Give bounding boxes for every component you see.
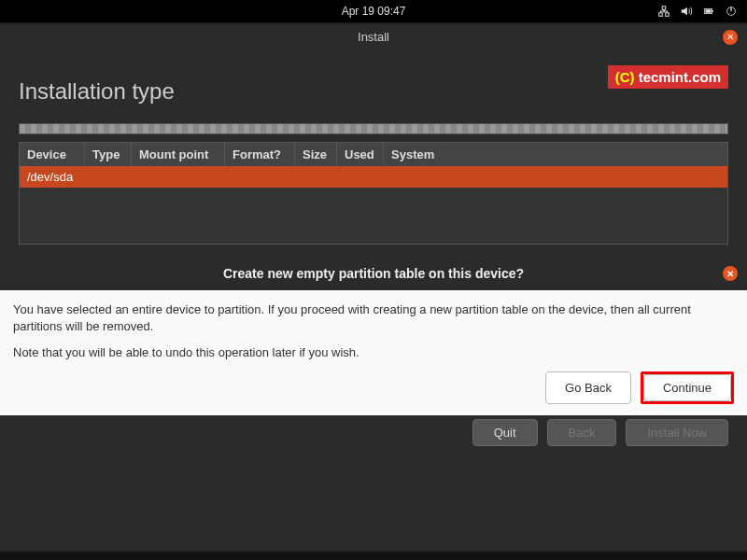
- battery-icon: [702, 5, 715, 18]
- col-mount[interactable]: Mount point: [132, 143, 225, 166]
- window-title: Install: [358, 30, 389, 44]
- window-titlebar: Install ✕: [0, 24, 747, 50]
- col-size[interactable]: Size: [295, 143, 337, 166]
- install-now-button[interactable]: Install Now: [626, 419, 728, 446]
- wizard-buttons: Quit Back Install Now: [19, 419, 728, 446]
- disk-usage-bar: [19, 123, 728, 134]
- dialog-text-2: Note that you will be able to undo this …: [13, 344, 734, 361]
- dialog-title: Create new empty partition table on this…: [223, 266, 524, 281]
- table-row[interactable]: /dev/sda: [20, 166, 727, 188]
- footer: [0, 553, 747, 560]
- continue-button[interactable]: Continue: [643, 374, 731, 401]
- dialog-close-button[interactable]: ✕: [723, 266, 738, 281]
- table-header: Device Type Mount point Format? Size Use…: [20, 143, 727, 166]
- col-device[interactable]: Device: [20, 143, 85, 166]
- close-button[interactable]: ✕: [723, 30, 738, 45]
- col-format[interactable]: Format?: [225, 143, 295, 166]
- desktop-topbar: Apr 19 09:47: [0, 0, 747, 22]
- dialog-body: You have selected an entire device to pa…: [0, 290, 747, 415]
- highlight-annotation: Continue: [641, 371, 734, 404]
- svg-rect-1: [712, 10, 713, 12]
- go-back-button[interactable]: Go Back: [545, 371, 631, 404]
- partition-table: Device Type Mount point Format? Size Use…: [19, 142, 728, 245]
- dialog-text-1: You have selected an entire device to pa…: [13, 301, 734, 335]
- dialog-titlebar: Create new empty partition table on this…: [0, 257, 747, 290]
- network-icon: [657, 5, 670, 18]
- dialog-actions: Go Back Continue: [13, 371, 734, 404]
- table-empty-area[interactable]: [20, 188, 727, 244]
- dialog: Create new empty partition table on this…: [0, 257, 747, 415]
- back-button[interactable]: Back: [547, 419, 617, 446]
- col-system[interactable]: System: [384, 143, 727, 166]
- quit-button[interactable]: Quit: [472, 419, 538, 446]
- power-icon: [725, 5, 738, 18]
- col-used[interactable]: Used: [337, 143, 384, 166]
- svg-rect-2: [706, 9, 712, 13]
- col-type[interactable]: Type: [85, 143, 132, 166]
- row-device: /dev/sda: [27, 170, 73, 184]
- clock: Apr 19 09:47: [342, 5, 406, 18]
- watermark-text: tecmint.com: [634, 69, 721, 85]
- system-tray[interactable]: [657, 5, 738, 18]
- volume-icon: [680, 5, 693, 18]
- watermark: (C) tecmint.com: [608, 65, 728, 89]
- watermark-prefix: (C): [615, 69, 635, 85]
